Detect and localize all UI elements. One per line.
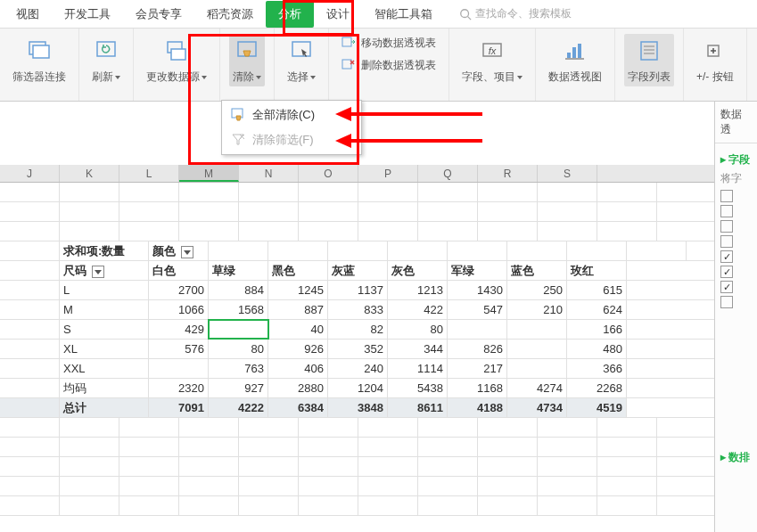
pivot-cell[interactable]: 1168 (448, 379, 507, 397)
menu-tab-2[interactable]: 会员专享 (123, 1, 194, 28)
panel-title: 数据透 (715, 102, 757, 143)
field-list-button[interactable]: 字段列表 (624, 34, 674, 86)
formula-icon: fx (480, 38, 505, 63)
pivot-cell[interactable] (149, 359, 209, 378)
field-checkbox[interactable] (720, 220, 733, 233)
pivot-cell[interactable]: 1430 (448, 281, 507, 299)
slicer-connection-button[interactable]: 筛选器连接 (9, 34, 70, 86)
pivot-cell[interactable]: 1204 (328, 379, 388, 397)
fields-items-button[interactable]: fx 字段、项目 (458, 34, 526, 86)
pivot-cell[interactable]: 547 (448, 300, 507, 319)
menu-tab-4[interactable]: 分析 (266, 1, 314, 28)
refresh-button[interactable]: 刷新 (88, 34, 124, 86)
menu-tab-5[interactable]: 设计 (314, 1, 362, 28)
delete-pivot-button[interactable]: 删除数据透视表 (338, 56, 440, 75)
column-header[interactable]: Q (418, 165, 478, 182)
field-checkbox[interactable] (720, 296, 733, 308)
field-checkbox[interactable] (720, 250, 733, 263)
menu-tab-3[interactable]: 稻壳资源 (194, 1, 266, 28)
pivot-cell[interactable]: 615 (567, 281, 627, 299)
pivot-col-header: 草绿 (209, 261, 268, 280)
pivot-cell[interactable]: 887 (268, 300, 328, 319)
pivot-cell[interactable] (507, 340, 567, 358)
pivot-cell[interactable]: 1213 (388, 281, 448, 299)
pivot-cell[interactable] (507, 359, 567, 378)
command-search[interactable]: 查找命令、搜索模板 (459, 6, 572, 21)
pivot-cell[interactable]: 406 (268, 359, 328, 378)
pivot-cell[interactable]: 344 (388, 340, 448, 358)
pivot-total-cell: 4734 (507, 398, 567, 417)
column-header[interactable]: K (60, 165, 119, 182)
column-header[interactable]: N (239, 165, 299, 182)
change-data-source-button[interactable]: 更改数据源 (143, 34, 210, 86)
pivot-cell[interactable]: 240 (328, 359, 388, 378)
expand-collapse-button[interactable]: +/- 按钮 (693, 34, 737, 86)
field-checkbox[interactable] (720, 190, 733, 202)
menu-tab-0[interactable]: 视图 (4, 1, 52, 28)
column-header[interactable]: M (179, 165, 239, 182)
pivot-cell[interactable]: 1568 (209, 300, 268, 319)
pivot-cell[interactable]: 1114 (388, 359, 448, 378)
pivot-cell[interactable]: 210 (507, 300, 567, 319)
select-icon (289, 38, 314, 63)
pivot-cell[interactable] (448, 320, 507, 339)
pivot-chart-button[interactable]: 数据透视图 (545, 34, 605, 86)
column-header[interactable]: R (478, 165, 538, 182)
field-checkbox[interactable] (720, 235, 733, 248)
column-header[interactable]: J (0, 165, 60, 182)
pivot-cell[interactable]: 1245 (268, 281, 328, 299)
pivot-cell[interactable]: 429 (149, 320, 209, 339)
delete-icon (341, 59, 356, 73)
pivot-cell[interactable]: 40 (268, 320, 328, 339)
pivot-cell[interactable]: 2320 (149, 379, 209, 397)
menu-tab-6[interactable]: 智能工具箱 (362, 1, 445, 28)
svg-rect-6 (171, 49, 185, 60)
pivot-cell[interactable]: 624 (567, 300, 627, 319)
pivot-row-label: XL (60, 340, 149, 358)
field-checkbox[interactable] (720, 281, 733, 293)
pivot-cell[interactable]: 366 (567, 359, 627, 378)
pivot-cell[interactable]: 80 (388, 320, 448, 339)
column-header[interactable]: S (538, 165, 597, 182)
spreadsheet-grid[interactable]: 求和项:数量颜色 尺码 白色草绿黑色灰蓝灰色军绿蓝色玫红L27008841245… (0, 183, 757, 516)
pivot-col-header: 灰色 (388, 261, 448, 280)
field-checkbox[interactable] (720, 266, 733, 278)
pivot-cell[interactable]: 166 (567, 320, 627, 339)
panel-drag-hint: 将字 (720, 171, 752, 186)
pivot-cell[interactable]: 352 (328, 340, 388, 358)
pivot-cell[interactable] (209, 320, 268, 339)
pivot-cell[interactable]: 5438 (388, 379, 448, 397)
pivot-sum-label: 求和项:数量 (60, 241, 149, 260)
pivot-cell[interactable]: 926 (268, 340, 328, 358)
pivot-cell[interactable]: 80 (209, 340, 268, 358)
pivot-cell[interactable] (507, 320, 567, 339)
pivot-cell[interactable]: 1137 (328, 281, 388, 299)
pivot-cell[interactable]: 2880 (268, 379, 328, 397)
pivot-cell[interactable]: 2700 (149, 281, 209, 299)
pivot-cell[interactable]: 250 (507, 281, 567, 299)
pivot-cell[interactable]: 1066 (149, 300, 209, 319)
column-header[interactable]: O (299, 165, 358, 182)
pivot-cell[interactable]: 480 (567, 340, 627, 358)
column-header[interactable]: P (358, 165, 418, 182)
pivot-cell[interactable]: 2268 (567, 379, 627, 397)
pivot-cell[interactable]: 826 (448, 340, 507, 358)
filter-button[interactable] (181, 246, 193, 258)
filter-button[interactable] (92, 266, 104, 278)
pivot-cell[interactable]: 576 (149, 340, 209, 358)
clear-all-item[interactable]: 全部清除(C) (222, 102, 361, 127)
menu-tab-1[interactable]: 开发工具 (52, 1, 123, 28)
pivot-cell[interactable]: 4274 (507, 379, 567, 397)
pivot-cell[interactable]: 82 (328, 320, 388, 339)
select-button[interactable]: 选择 (284, 34, 319, 86)
pivot-cell[interactable]: 884 (209, 281, 268, 299)
pivot-cell[interactable]: 927 (209, 379, 268, 397)
column-header[interactable]: L (119, 165, 179, 182)
field-checkbox[interactable] (720, 205, 733, 217)
pivot-cell[interactable]: 422 (388, 300, 448, 319)
pivot-cell[interactable]: 763 (209, 359, 268, 378)
pivot-cell[interactable]: 833 (328, 300, 388, 319)
move-pivot-button[interactable]: 移动数据透视表 (338, 34, 440, 53)
clear-button[interactable]: 清除 (229, 34, 265, 86)
pivot-cell[interactable]: 217 (448, 359, 507, 378)
